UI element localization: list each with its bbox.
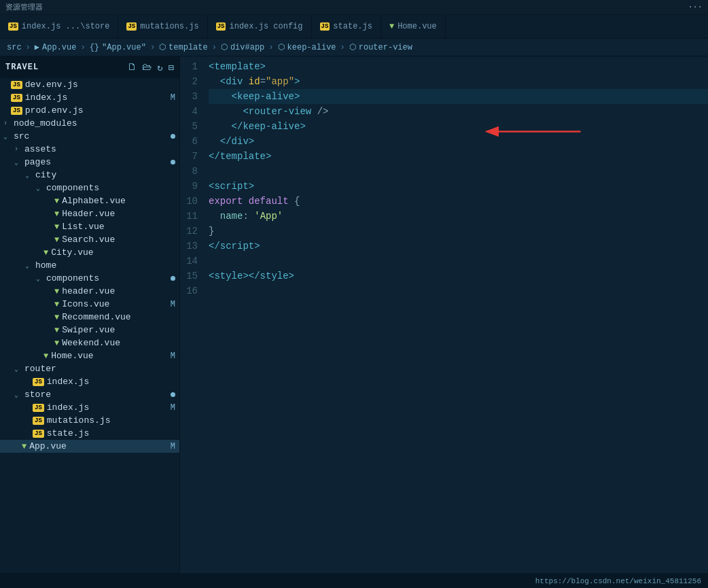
tab-label: mutations.js bbox=[140, 22, 198, 31]
tree-item-alphabet[interactable]: ▼Alphabet.vue bbox=[0, 194, 179, 207]
bc-src[interactable]: src bbox=[7, 43, 22, 52]
code-container: 12345678910111213141516 <template> <div … bbox=[180, 56, 708, 301]
tree-item-list-vue[interactable]: ▼List.vue bbox=[0, 220, 179, 233]
item-label: prod.env.js bbox=[25, 105, 84, 116]
tree-item-pages[interactable]: ⌄pages bbox=[0, 156, 179, 169]
bc-routerview[interactable]: router-view bbox=[359, 43, 412, 52]
item-label: index.js bbox=[47, 402, 89, 413]
collapse-icon[interactable]: ⊟ bbox=[169, 62, 174, 73]
modified-badge: M bbox=[171, 442, 175, 451]
vue-file-icon: ▼ bbox=[54, 196, 59, 206]
tab-indexjs-store[interactable]: JS index.js ...\store bbox=[0, 15, 118, 38]
tab-statejs[interactable]: JS state.js bbox=[312, 15, 381, 38]
bc-keepalive[interactable]: keep-alive bbox=[287, 43, 336, 52]
code-line: } bbox=[209, 224, 708, 239]
tree-item-components-city[interactable]: ⌄components bbox=[0, 181, 179, 194]
tree-item-router-index[interactable]: JSindex.js bbox=[0, 375, 179, 388]
item-label: header.vue bbox=[62, 286, 115, 296]
line-number: 16 bbox=[180, 283, 198, 298]
line-number: 7 bbox=[180, 149, 198, 164]
folder-arrow-icon: › bbox=[0, 120, 11, 127]
vue-file-icon: ▼ bbox=[43, 351, 48, 361]
bc-appvue2[interactable]: "App.vue" bbox=[102, 43, 146, 52]
tree-item-index-root[interactable]: JSindex.jsM bbox=[0, 91, 179, 104]
item-label: City.vue bbox=[51, 247, 93, 258]
tree-item-city[interactable]: ⌄city bbox=[0, 169, 179, 181]
tree-item-src[interactable]: ⌄src bbox=[0, 130, 179, 143]
tab-bar: JS index.js ...\store JS mutations.js JS… bbox=[0, 15, 708, 39]
top-bar-title: 资源管理器 bbox=[5, 2, 43, 12]
item-label: state.js bbox=[47, 428, 89, 438]
tree-item-header-home[interactable]: ▼header.vue bbox=[0, 285, 179, 298]
bc-divapp[interactable]: div#app bbox=[230, 43, 264, 52]
tree-item-recommend-vue[interactable]: ▼Recommend.vue bbox=[0, 311, 179, 324]
tree-item-mutations-js[interactable]: JSmutations.js bbox=[0, 414, 179, 427]
folder-arrow-icon: ⌄ bbox=[33, 184, 43, 192]
bc-template[interactable]: template bbox=[169, 43, 208, 52]
modified-badge: M bbox=[171, 351, 175, 361]
item-label: Home.vue bbox=[51, 351, 93, 361]
line-number: 5 bbox=[180, 119, 198, 134]
item-label: index.js bbox=[25, 92, 67, 103]
tab-homevue[interactable]: ▼ Home.vue bbox=[381, 15, 446, 38]
tree-item-assets[interactable]: ›assets bbox=[0, 143, 179, 156]
tree-item-app-vue[interactable]: ▼App.vueM bbox=[0, 440, 179, 453]
top-bar-dots[interactable]: ··· bbox=[688, 3, 703, 12]
tree-item-node-modules[interactable]: ›node_modules bbox=[0, 117, 179, 130]
item-label: components bbox=[46, 273, 99, 283]
item-label: Alphabet.vue bbox=[62, 196, 126, 206]
tree-item-dev-env[interactable]: JSdev.env.js bbox=[0, 78, 179, 91]
tree-item-state-js[interactable]: JSstate.js bbox=[0, 427, 179, 440]
tree-item-search-vue[interactable]: ▼Search.vue bbox=[0, 233, 179, 246]
modified-badge: M bbox=[171, 93, 175, 103]
new-folder-icon[interactable]: 🗁 bbox=[142, 62, 152, 73]
code-line bbox=[209, 254, 708, 269]
sidebar-title: TRAVEL bbox=[5, 63, 123, 72]
refresh-icon[interactable]: ↻ bbox=[157, 62, 162, 73]
code-editor[interactable]: 12345678910111213141516 <template> <div … bbox=[180, 56, 708, 573]
item-label: router bbox=[24, 364, 56, 374]
item-label: index.js bbox=[47, 377, 89, 387]
line-number: 3 bbox=[180, 89, 198, 104]
item-label: assets bbox=[24, 144, 56, 154]
code-line: </template> bbox=[209, 149, 708, 164]
js-file-icon: JS bbox=[11, 81, 22, 89]
line-numbers: 12345678910111213141516 bbox=[180, 59, 209, 298]
tree-item-prod-env[interactable]: JSprod.env.js bbox=[0, 104, 179, 117]
vue-file-icon: ▼ bbox=[54, 209, 59, 219]
tree-item-store-index[interactable]: JSindex.jsM bbox=[0, 401, 179, 414]
tree-item-city-vue[interactable]: ▼City.vue bbox=[0, 246, 179, 259]
vue-file-icon: ▼ bbox=[54, 313, 59, 322]
new-file-icon[interactable]: 🗋 bbox=[127, 62, 137, 73]
item-label: Recommend.vue bbox=[62, 312, 130, 322]
sidebar-header: TRAVEL 🗋 🗁 ↻ ⊟ bbox=[0, 56, 179, 78]
tab-mutations[interactable]: JS mutations.js bbox=[118, 15, 207, 38]
item-label: store bbox=[24, 390, 51, 400]
status-bar: https://blog.csdn.net/weixin_45811256 bbox=[0, 573, 708, 588]
tab-label: Home.vue bbox=[397, 22, 437, 31]
tree-item-home[interactable]: ⌄home bbox=[0, 259, 179, 272]
modified-badge: M bbox=[171, 403, 175, 413]
folder-arrow-icon: ⌄ bbox=[22, 171, 33, 179]
file-tree: JSdev.env.jsJSindex.jsMJSprod.env.js›nod… bbox=[0, 78, 179, 453]
tree-item-store[interactable]: ⌄store bbox=[0, 388, 179, 401]
tree-item-swiper-vue[interactable]: ▼Swiper.vue bbox=[0, 324, 179, 336]
code-line: <style></style> bbox=[209, 269, 708, 283]
tab-indexjs-config[interactable]: JS index.js config bbox=[208, 15, 312, 38]
folder-arrow-icon: › bbox=[11, 145, 22, 153]
tree-item-components-home[interactable]: ⌄components bbox=[0, 272, 179, 285]
item-label: Icons.vue bbox=[62, 299, 109, 309]
item-label: home bbox=[35, 260, 56, 271]
tree-item-router[interactable]: ⌄router bbox=[0, 362, 179, 375]
vue-file-icon: ▼ bbox=[54, 300, 59, 309]
line-number: 2 bbox=[180, 74, 198, 89]
tree-item-home-vue[interactable]: ▼Home.vueM bbox=[0, 349, 179, 362]
modified-dot bbox=[171, 276, 175, 281]
tree-item-icons-vue[interactable]: ▼Icons.vueM bbox=[0, 298, 179, 311]
vue-file-icon: ▼ bbox=[54, 287, 59, 296]
item-label: city bbox=[35, 170, 56, 180]
tree-item-header-vue[interactable]: ▼Header.vue bbox=[0, 207, 179, 220]
js-file-icon: JS bbox=[33, 404, 44, 412]
tree-item-weekend-vue[interactable]: ▼Weekend.vue bbox=[0, 336, 179, 349]
bc-appvue[interactable]: App.vue bbox=[42, 43, 76, 52]
